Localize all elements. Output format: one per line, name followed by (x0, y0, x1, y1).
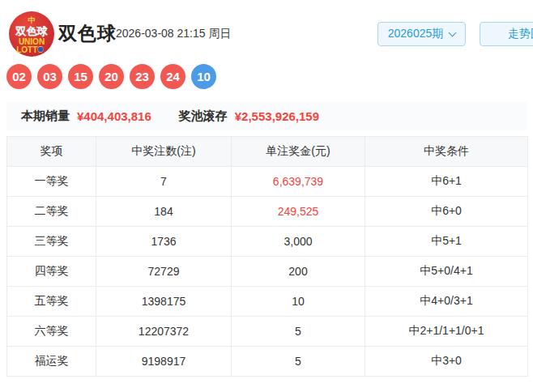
table-header-row: 奖项 中奖注数(注) 单注奖金(元) 中奖条件 (7, 137, 528, 167)
lottery-results-page: 中 双色球 UNION LOTTO 双色球 2026-03-08 21:15 周… (0, 0, 533, 392)
condition-cell: 中6+0 (365, 197, 528, 227)
sales-value: ¥404,403,816 (77, 109, 151, 123)
count-cell: 72729 (96, 257, 232, 287)
condition-cell: 中6+1 (365, 167, 528, 197)
pool-label: 奖池滚存 (179, 109, 228, 124)
amount-cell: 249,525 (232, 197, 365, 227)
condition-cell: 中2+1/1+1/0+1 (365, 317, 528, 347)
draw-datetime: 2026-03-08 21:15 周日 (116, 27, 231, 41)
prize-cell: 五等奖 (7, 287, 96, 317)
count-cell: 12207372 (96, 317, 232, 347)
amount-cell: 6,639,739 (232, 167, 365, 197)
sales-stat: 本期销量 ¥404,403,816 (21, 109, 151, 124)
red-ball: 20 (99, 64, 124, 89)
amount-cell: 200 (232, 257, 365, 287)
amount-cell: 10 (232, 287, 365, 317)
prize-cell: 六等奖 (7, 317, 96, 347)
prize-cell: 福运奖 (7, 347, 96, 377)
prize-table: 奖项 中奖注数(注) 单注奖金(元) 中奖条件 一等奖 7 6,639,739 … (6, 136, 528, 377)
amount-cell: 5 (232, 317, 365, 347)
red-ball: 24 (160, 64, 185, 89)
col-header-condition: 中奖条件 (365, 137, 528, 167)
table-row: 二等奖 184 249,525 中6+0 (7, 197, 528, 227)
condition-cell: 中4+0/3+1 (365, 287, 528, 317)
winning-numbers: 02 03 15 20 23 24 10 (6, 64, 216, 89)
prize-cell: 二等奖 (7, 197, 96, 227)
col-header-prize: 奖项 (7, 137, 96, 167)
prize-cell: 三等奖 (7, 227, 96, 257)
red-ball: 02 (6, 64, 32, 89)
col-header-count: 中奖注数(注) (96, 137, 232, 167)
count-cell: 184 (96, 197, 232, 227)
red-ball: 03 (37, 64, 62, 89)
sales-label: 本期销量 (21, 109, 70, 124)
trend-chart-button[interactable]: 走势图 (480, 22, 533, 46)
pool-value: ¥2,553,926,159 (235, 109, 319, 123)
amount-cell: 5 (232, 347, 365, 377)
red-ball: 15 (68, 64, 93, 89)
red-ball: 23 (130, 64, 155, 89)
logo-line1-text: 双色球 (15, 25, 49, 37)
chevron-down-icon (449, 28, 457, 36)
period-dropdown[interactable]: 2026025期 (377, 22, 466, 46)
count-cell: 7 (96, 167, 232, 197)
stats-bar: 本期销量 ¥404,403,816 奖池滚存 ¥2,553,926,159 (6, 102, 527, 130)
table-row: 四等奖 72729 200 中5+0/4+1 (7, 257, 528, 287)
count-cell: 1398175 (96, 287, 232, 317)
union-lotto-logo-icon: 中 双色球 UNION LOTTO (8, 11, 55, 58)
col-header-amount: 单注奖金(元) (232, 137, 365, 167)
logo-badge-text: 中 (28, 16, 36, 24)
table-row: 六等奖 12207372 5 中2+1/1+1/0+1 (7, 317, 528, 347)
prize-cell: 一等奖 (7, 167, 96, 197)
amount-cell: 3,000 (232, 227, 365, 257)
condition-cell: 中3+0 (365, 347, 528, 377)
count-cell: 9198917 (96, 347, 232, 377)
trend-chart-button-label: 走势图 (508, 27, 533, 41)
period-dropdown-label: 2026025期 (388, 27, 444, 41)
page-title: 双色球 (58, 21, 117, 46)
blue-ball: 10 (191, 64, 216, 89)
count-cell: 1736 (96, 227, 232, 257)
table-row: 一等奖 7 6,639,739 中6+1 (7, 167, 528, 197)
condition-cell: 中5+1 (365, 227, 528, 257)
prize-cell: 四等奖 (7, 257, 96, 287)
pool-stat: 奖池滚存 ¥2,553,926,159 (179, 109, 319, 124)
table-row: 三等奖 1736 3,000 中5+1 (7, 227, 528, 257)
condition-cell: 中5+0/4+1 (365, 257, 528, 287)
table-row: 五等奖 1398175 10 中4+0/3+1 (7, 287, 528, 317)
table-row: 福运奖 9198917 5 中3+0 (7, 347, 528, 377)
